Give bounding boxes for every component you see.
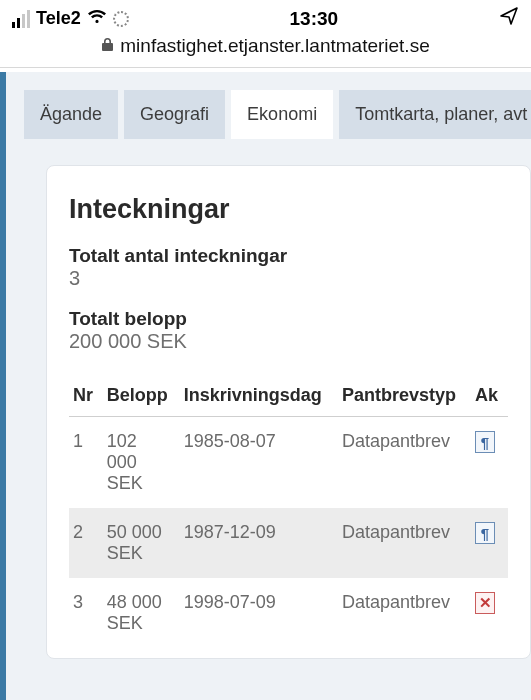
table-row: 1 102 000 SEK 1985-08-07 Datapantbrev ¶ (69, 417, 508, 509)
remove-icon[interactable]: ✕ (475, 592, 495, 614)
cell-dag: 1987-12-09 (180, 508, 338, 578)
th-typ: Pantbrevstyp (338, 377, 471, 417)
url-text: minfastighet.etjanster.lantmateriet.se (120, 35, 429, 57)
total-amount-value: 200 000 SEK (69, 330, 508, 353)
cell-dag: 1985-08-07 (180, 417, 338, 509)
cell-typ: Datapantbrev (338, 578, 471, 648)
cell-belopp: 50 000 SEK (103, 508, 180, 578)
inteckningar-card: Inteckningar Totalt antal inteckningar 3… (46, 165, 531, 659)
divider (0, 67, 531, 68)
th-dag: Inskrivningsdag (180, 377, 338, 417)
total-count-label: Totalt antal inteckningar (69, 245, 508, 267)
th-ak: Ak (471, 377, 508, 417)
tab-bar: Ägande Geografi Ekonomi Tomtkarta, plane… (24, 90, 531, 139)
tab-agande[interactable]: Ägande (24, 90, 118, 139)
cell-typ: Datapantbrev (338, 508, 471, 578)
cell-typ: Datapantbrev (338, 417, 471, 509)
cell-belopp: 102 000 SEK (103, 417, 180, 509)
wifi-icon (87, 8, 107, 30)
cell-action: ✕ (471, 578, 508, 648)
tab-tomtkarta[interactable]: Tomtkarta, planer, avt (339, 90, 531, 139)
cell-nr: 3 (69, 578, 103, 648)
table-row: 2 50 000 SEK 1987-12-09 Datapantbrev ¶ (69, 508, 508, 578)
cell-dag: 1998-07-09 (180, 578, 338, 648)
location-icon (499, 6, 519, 31)
url-bar[interactable]: minfastighet.etjanster.lantmateriet.se (0, 33, 531, 67)
cell-action: ¶ (471, 417, 508, 509)
lock-icon (101, 37, 114, 55)
th-belopp: Belopp (103, 377, 180, 417)
cell-signal-icon (12, 10, 30, 28)
status-bar: Tele2 13:30 (0, 0, 531, 33)
clock: 13:30 (290, 8, 339, 30)
total-amount-label: Totalt belopp (69, 308, 508, 330)
card-title: Inteckningar (69, 194, 508, 225)
cell-belopp: 48 000 SEK (103, 578, 180, 648)
inteckningar-table: Nr Belopp Inskrivningsdag Pantbrevstyp A… (69, 377, 508, 648)
tab-ekonomi[interactable]: Ekonomi (231, 90, 333, 139)
status-left: Tele2 (12, 8, 129, 30)
table-header-row: Nr Belopp Inskrivningsdag Pantbrevstyp A… (69, 377, 508, 417)
total-count-value: 3 (69, 267, 508, 290)
cell-nr: 1 (69, 417, 103, 509)
document-icon[interactable]: ¶ (475, 522, 495, 544)
table-row: 3 48 000 SEK 1998-07-09 Datapantbrev ✕ (69, 578, 508, 648)
document-icon[interactable]: ¶ (475, 431, 495, 453)
cell-nr: 2 (69, 508, 103, 578)
loading-spinner-icon (113, 11, 129, 27)
carrier-label: Tele2 (36, 8, 81, 29)
th-nr: Nr (69, 377, 103, 417)
tab-geografi[interactable]: Geografi (124, 90, 225, 139)
status-right (499, 6, 519, 31)
cell-action: ¶ (471, 508, 508, 578)
page-content: Ägande Geografi Ekonomi Tomtkarta, plane… (0, 72, 531, 700)
